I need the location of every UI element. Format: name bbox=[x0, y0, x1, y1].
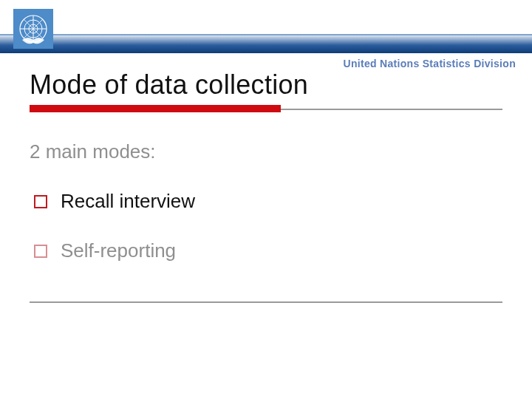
un-emblem-icon bbox=[13, 9, 53, 49]
checkbox-icon bbox=[34, 245, 47, 258]
checkbox-icon bbox=[34, 195, 47, 208]
un-logo bbox=[13, 9, 53, 49]
title-underline-red bbox=[30, 105, 281, 112]
bullet-label: Self-reporting bbox=[61, 239, 176, 262]
intro-text: 2 main modes: bbox=[30, 140, 488, 163]
slide-title: Mode of data collection bbox=[30, 69, 308, 100]
bullet-item: Recall interview bbox=[30, 190, 488, 213]
title-underline-gray bbox=[281, 109, 502, 110]
content-area: 2 main modes: Recall interview Self-repo… bbox=[30, 140, 488, 289]
header-band bbox=[0, 35, 532, 53]
bullet-item: Self-reporting bbox=[30, 239, 488, 262]
org-label: United Nations Statistics Division bbox=[344, 58, 516, 69]
bullet-label: Recall interview bbox=[61, 190, 195, 213]
bottom-divider bbox=[30, 301, 502, 303]
